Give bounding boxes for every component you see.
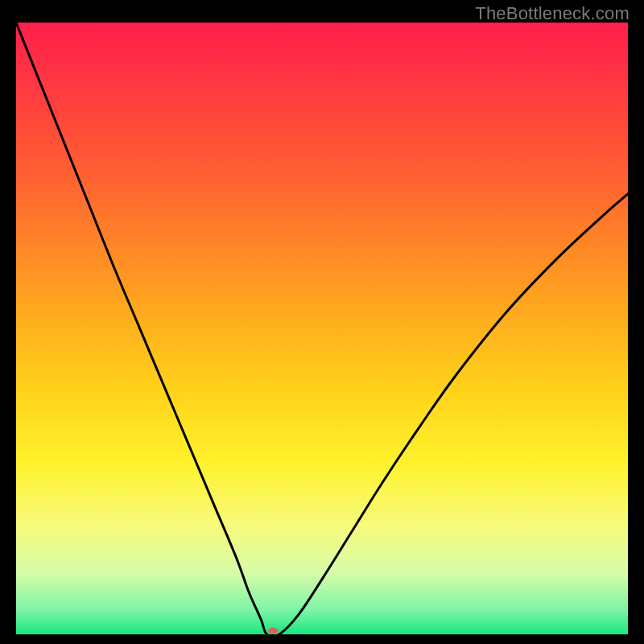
watermark-text: TheBottleneck.com	[475, 3, 630, 24]
chart-svg	[16, 23, 628, 634]
optimal-marker	[268, 627, 278, 634]
gradient-background	[16, 23, 628, 634]
chart-frame: TheBottleneck.com	[0, 0, 644, 644]
plot-area	[16, 23, 628, 634]
